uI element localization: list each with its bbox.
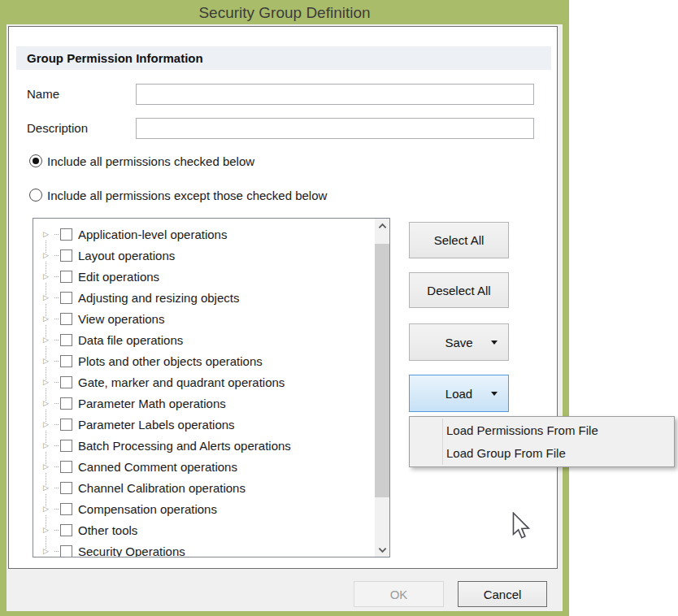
tree-item[interactable]: ▷ Compensation operations bbox=[33, 498, 374, 519]
chevron-down-icon bbox=[378, 547, 387, 553]
permission-checkbox[interactable] bbox=[60, 249, 72, 262]
expand-arrow-icon[interactable]: ▷ bbox=[43, 229, 50, 239]
permission-checkbox[interactable] bbox=[60, 545, 72, 557]
dialog-title: Security Group Definition bbox=[198, 4, 370, 21]
load-dropdown-menu: Load Permissions From File Load Group Fr… bbox=[409, 416, 675, 467]
expand-arrow-icon[interactable]: ▷ bbox=[43, 250, 50, 260]
expand-arrow-icon[interactable]: ▷ bbox=[43, 398, 50, 408]
tree-item[interactable]: ▷ Parameter Labels operations bbox=[33, 414, 374, 435]
permission-checkbox[interactable] bbox=[60, 292, 72, 304]
radio-include-checked-label: Include all permissions checked below bbox=[47, 154, 254, 168]
tree-item[interactable]: ▷ Channel Calibration operations bbox=[33, 477, 374, 498]
permission-checkbox[interactable] bbox=[60, 524, 72, 536]
tree-item[interactable]: ▷ Canned Comment operations bbox=[33, 456, 374, 477]
radio-button-icon bbox=[29, 154, 42, 167]
permission-checkbox[interactable] bbox=[60, 419, 72, 431]
expand-arrow-icon[interactable]: ▷ bbox=[43, 504, 50, 514]
permission-checkbox[interactable] bbox=[60, 503, 72, 515]
dropdown-arrow-icon[interactable] bbox=[491, 341, 498, 345]
permission-checkbox[interactable] bbox=[60, 313, 72, 325]
permissions-tree-list[interactable]: ▷ Application-level operations ▷ Layout … bbox=[33, 218, 390, 557]
mouse-cursor-icon bbox=[512, 512, 532, 540]
permission-label: Canned Comment operations bbox=[78, 460, 237, 474]
permission-label: Plots and other objects operations bbox=[78, 354, 263, 368]
tree-guide-line bbox=[54, 530, 59, 531]
tree-item[interactable]: ▷ Batch Processing and Alerts operations bbox=[33, 435, 374, 456]
permission-checkbox[interactable] bbox=[60, 355, 72, 367]
expand-arrow-icon[interactable]: ▷ bbox=[43, 293, 50, 302]
menu-item[interactable]: Load Group From File bbox=[410, 442, 674, 465]
tree-item[interactable]: ▷ Adjusting and resizing objects bbox=[33, 287, 374, 308]
permission-label: Gate, marker and quadrant operations bbox=[78, 375, 285, 389]
tree-guide-line bbox=[54, 551, 59, 552]
menu-item[interactable]: Load Permissions From File bbox=[410, 419, 674, 442]
permission-label: Parameter Math operations bbox=[78, 397, 226, 410]
permission-checkbox[interactable] bbox=[60, 482, 72, 494]
dropdown-arrow-icon[interactable] bbox=[491, 392, 498, 396]
menu-item-label: Load Group From File bbox=[446, 446, 566, 460]
permission-checkbox[interactable] bbox=[60, 376, 72, 388]
permission-checkbox[interactable] bbox=[60, 334, 72, 346]
permission-label: Data file operations bbox=[78, 333, 183, 347]
ok-button[interactable]: OK bbox=[354, 581, 444, 607]
load-button-label: Load bbox=[445, 387, 472, 401]
expand-arrow-icon[interactable]: ▷ bbox=[43, 525, 50, 535]
radio-dot bbox=[33, 158, 39, 164]
tree-item[interactable]: ▷ Gate, marker and quadrant operations bbox=[33, 371, 374, 393]
expand-arrow-icon[interactable]: ▷ bbox=[43, 483, 50, 492]
expand-arrow-icon[interactable]: ▷ bbox=[43, 314, 50, 323]
cancel-button[interactable]: Cancel bbox=[458, 581, 547, 607]
radio-include-checked[interactable]: Include all permissions checked below bbox=[29, 154, 254, 168]
permission-checkbox[interactable] bbox=[60, 271, 72, 283]
tree-item[interactable]: ▷ Plots and other objects operations bbox=[33, 350, 374, 371]
scrollbar[interactable] bbox=[375, 219, 389, 557]
scrollbar-thumb[interactable] bbox=[375, 244, 389, 497]
tree-item[interactable]: ▷ Parameter Math operations bbox=[33, 393, 374, 414]
save-split-button[interactable]: Save bbox=[409, 323, 509, 361]
save-button-label: Save bbox=[445, 336, 472, 349]
permission-label: View operations bbox=[78, 312, 164, 326]
expand-arrow-icon[interactable]: ▷ bbox=[43, 271, 50, 281]
expand-arrow-icon[interactable]: ▷ bbox=[43, 440, 50, 450]
expand-arrow-icon[interactable]: ▷ bbox=[43, 462, 50, 471]
load-split-button[interactable]: Load bbox=[409, 375, 509, 412]
expand-arrow-icon[interactable]: ▷ bbox=[43, 356, 50, 366]
tree-item[interactable]: ▷ Data file operations bbox=[33, 329, 374, 350]
expand-arrow-icon[interactable]: ▷ bbox=[43, 546, 50, 556]
tree-item[interactable]: ▷ Other tools bbox=[33, 519, 374, 540]
tree-guide-line bbox=[54, 445, 59, 446]
tree-guide-line bbox=[54, 276, 59, 277]
expand-arrow-icon[interactable]: ▷ bbox=[43, 419, 50, 429]
permission-label: Batch Processing and Alerts operations bbox=[78, 439, 291, 453]
tree-item[interactable]: ▷ View operations bbox=[33, 308, 374, 329]
permission-label: Compensation operations bbox=[78, 502, 217, 516]
permission-label: Security Operations bbox=[78, 544, 185, 558]
security-group-definition-dialog: Security Group Definition Group Permissi… bbox=[0, 0, 569, 616]
permissions-tree-items: ▷ Application-level operations ▷ Layout … bbox=[33, 223, 374, 557]
tree-guide-line bbox=[54, 297, 59, 298]
scrollbar-down-button[interactable] bbox=[375, 543, 389, 557]
radio-include-except-checked[interactable]: Include all permissions except those che… bbox=[29, 188, 327, 202]
tree-item[interactable]: ▷ Layout operations bbox=[33, 245, 374, 266]
name-input[interactable] bbox=[136, 84, 534, 105]
tree-guide-line bbox=[54, 340, 59, 341]
select-all-button[interactable]: Select All bbox=[409, 222, 509, 258]
expand-arrow-icon[interactable]: ▷ bbox=[43, 377, 50, 387]
tree-item[interactable]: ▷ Application-level operations bbox=[33, 223, 374, 245]
description-input[interactable] bbox=[136, 118, 534, 139]
scrollbar-up-button[interactable] bbox=[375, 219, 389, 232]
tree-item[interactable]: ▷ Security Operations bbox=[33, 540, 374, 557]
permission-label: Channel Calibration operations bbox=[78, 481, 246, 495]
permission-checkbox[interactable] bbox=[60, 461, 72, 473]
permission-checkbox[interactable] bbox=[60, 440, 72, 452]
permission-label: Parameter Labels operations bbox=[78, 418, 235, 432]
permission-checkbox[interactable] bbox=[60, 397, 72, 410]
expand-arrow-icon[interactable]: ▷ bbox=[43, 335, 50, 345]
permission-checkbox[interactable] bbox=[60, 228, 72, 241]
dialog-titlebar[interactable]: Security Group Definition bbox=[0, 0, 569, 24]
permission-label: Other tools bbox=[78, 523, 137, 537]
chevron-up-icon bbox=[378, 223, 387, 229]
tree-item[interactable]: ▷ Edit operations bbox=[33, 266, 374, 287]
deselect-all-button[interactable]: Deselect All bbox=[409, 272, 509, 308]
menu-item-label: Load Permissions From File bbox=[446, 423, 598, 437]
